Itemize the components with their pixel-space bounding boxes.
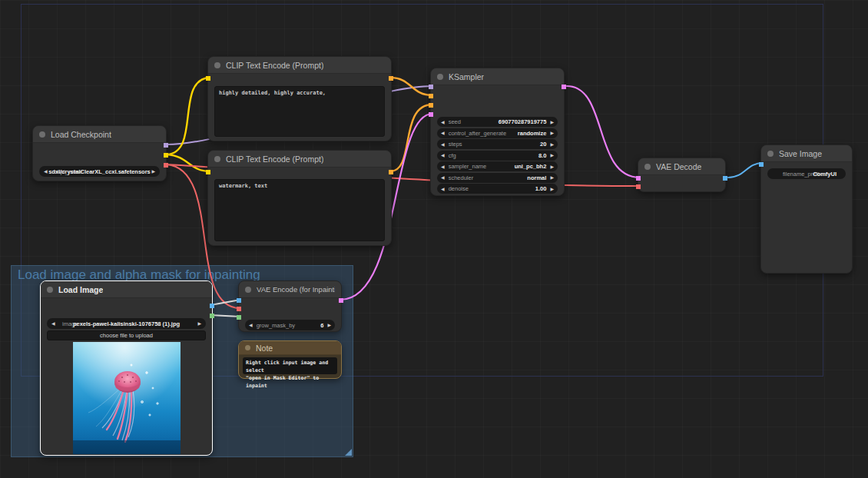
output-slot-clip[interactable] — [164, 153, 168, 158]
stepper-left-icon[interactable]: ◀ — [441, 175, 445, 180]
node-title: Load Checkpoint — [51, 130, 111, 139]
stepper-right-icon[interactable]: ▶ — [327, 323, 331, 327]
stepper-left-icon[interactable]: ◀ — [441, 142, 445, 147]
node-title: CLIP Text Encode (Prompt) — [226, 61, 323, 70]
output-slot-image[interactable] — [723, 176, 727, 181]
output-slot-mask[interactable] — [210, 314, 214, 318]
widget-steps[interactable]: ◀ steps 20 ▶ — [437, 139, 558, 149]
widget-image-file[interactable]: ◀ image pexels-pawel-kalisinski-1076758 … — [47, 318, 206, 329]
node-ksampler[interactable]: KSampler ◀ seed 690770287919775 ▶ ◀ cont… — [430, 68, 565, 196]
stepper-right-icon[interactable]: ▶ — [550, 131, 554, 135]
collapse-dot-icon[interactable] — [39, 131, 45, 138]
output-slot-vae[interactable] — [164, 163, 168, 168]
widget-control-after-generate[interactable]: ◀ control_after_generate randomize ▶ — [437, 128, 558, 138]
collapse-dot-icon[interactable] — [214, 62, 220, 68]
node-header[interactable]: Load Checkpoint — [33, 126, 166, 143]
widget-value: pexels-pawel-kalisinski-1076758 (1).jpg — [47, 320, 206, 327]
input-slot-clip[interactable] — [206, 76, 210, 81]
node-clip-text-encode-negative[interactable]: CLIP Text Encode (Prompt) watermark, tex… — [207, 150, 392, 246]
input-slot-mask[interactable] — [237, 315, 241, 320]
input-slot-positive[interactable] — [429, 94, 433, 98]
stepper-left-icon[interactable]: ◀ — [441, 120, 445, 124]
input-slot-images[interactable] — [759, 162, 764, 167]
input-slot-vae[interactable] — [237, 307, 241, 311]
prompt-textarea[interactable]: watermark, text — [214, 179, 385, 241]
stepper-left-icon[interactable]: ◀ — [441, 164, 445, 169]
node-header[interactable]: Save Image — [761, 145, 852, 162]
upload-button[interactable]: choose file to upload — [47, 330, 206, 340]
input-slot-negative[interactable] — [429, 103, 433, 108]
node-header[interactable]: Load Image — [41, 281, 212, 298]
widget-value: 690770287919775 — [499, 118, 547, 125]
node-header[interactable]: KSampler — [431, 68, 564, 85]
node-note[interactable]: Note Right click input image and select … — [238, 340, 342, 379]
widget-label: seed — [449, 118, 461, 125]
output-slot-latent[interactable] — [562, 85, 566, 89]
widget-value: 1.00 — [535, 185, 547, 192]
node-vae-decode[interactable]: VAE Decode — [638, 158, 726, 192]
widget-sampler-name[interactable]: ◀ sampler_name uni_pc_bh2 ▶ — [437, 161, 558, 171]
widget-label: denoise — [449, 185, 469, 192]
collapse-dot-icon[interactable] — [245, 345, 250, 350]
output-slot-model[interactable] — [164, 143, 168, 148]
node-clip-text-encode-positive[interactable]: CLIP Text Encode (Prompt) highly detaile… — [207, 56, 392, 141]
widget-value: uni_pc_bh2 — [515, 163, 547, 170]
input-slot-samples[interactable] — [636, 176, 641, 181]
collapse-dot-icon[interactable] — [214, 156, 220, 162]
note-text[interactable]: Right click input image and select "open… — [243, 357, 337, 374]
node-header[interactable]: Note — [239, 341, 341, 355]
stepper-right-icon[interactable]: ▶ — [550, 153, 554, 158]
input-slot-clip[interactable] — [206, 170, 210, 174]
stepper-right-icon[interactable]: ▶ — [550, 142, 554, 147]
node-load-image[interactable]: Load Image ◀ image pexels-pawel-kalisins… — [40, 280, 213, 456]
collapse-dot-icon[interactable] — [644, 164, 651, 170]
collapse-dot-icon[interactable] — [767, 151, 774, 157]
widget-cfg[interactable]: ◀ cfg 8.0 ▶ — [437, 151, 558, 161]
stepper-left-icon[interactable]: ◀ — [249, 323, 253, 327]
widget-seed[interactable]: ◀ seed 690770287919775 ▶ — [437, 117, 558, 127]
widget-value: normal — [527, 174, 546, 181]
widget-filename-prefix[interactable]: filename_prefix ComfyUI — [767, 168, 846, 179]
output-slot-conditioning[interactable] — [389, 170, 393, 174]
collapse-dot-icon[interactable] — [245, 287, 251, 293]
input-slot-pixels[interactable] — [237, 298, 241, 303]
node-title: CLIP Text Encode (Prompt) — [226, 154, 323, 164]
input-slot-vae[interactable] — [636, 184, 641, 189]
widget-denoise[interactable]: ◀ denoise 1.00 ▶ — [437, 184, 558, 194]
node-vae-encode-inpainting[interactable]: VAE Encode (for Inpainting) ◀ grow_mask_… — [238, 280, 342, 332]
node-title: Save Image — [779, 149, 822, 158]
widget-label: steps — [449, 141, 462, 148]
output-slot-latent[interactable] — [339, 298, 343, 303]
widget-value: randomize — [518, 130, 547, 137]
node-header[interactable]: CLIP Text Encode (Prompt) — [208, 57, 391, 74]
widget-ckpt-name[interactable]: ◀ ckpt_name sdxl/crystalClearXL_ccxl.saf… — [39, 166, 160, 177]
widget-scheduler[interactable]: ◀ scheduler normal ▶ — [437, 173, 558, 183]
node-save-image[interactable]: Save Image filename_prefix ComfyUI — [760, 144, 853, 274]
stepper-left-icon[interactable]: ◀ — [441, 131, 445, 135]
stepper-right-icon[interactable]: ▶ — [550, 187, 554, 191]
widget-value: 8.0 — [538, 152, 546, 159]
stepper-right-icon[interactable]: ▶ — [151, 169, 155, 174]
collapse-dot-icon[interactable] — [47, 287, 53, 293]
node-header[interactable]: CLIP Text Encode (Prompt) — [208, 151, 391, 168]
stepper-left-icon[interactable]: ◀ — [441, 187, 445, 191]
stepper-right-icon[interactable]: ▶ — [550, 164, 554, 169]
stepper-left-icon[interactable]: ◀ — [441, 153, 445, 158]
stepper-right-icon[interactable]: ▶ — [550, 175, 554, 180]
wire-latent-out — [567, 86, 640, 178]
node-title: KSampler — [449, 72, 484, 81]
output-slot-conditioning[interactable] — [389, 76, 393, 81]
node-load-checkpoint[interactable]: Load Checkpoint ◀ ckpt_name sdxl/crystal… — [32, 125, 167, 181]
collapse-dot-icon[interactable] — [437, 74, 443, 80]
input-slot-model[interactable] — [429, 85, 433, 89]
image-preview[interactable] — [73, 342, 181, 454]
output-slot-image[interactable] — [210, 304, 214, 308]
stepper-right-icon[interactable]: ▶ — [197, 321, 201, 326]
widget-grow-mask-by[interactable]: ◀ grow_mask_by 6 ▶ — [245, 320, 335, 330]
input-slot-latent-image[interactable] — [429, 112, 433, 117]
stepper-right-icon[interactable]: ▶ — [550, 120, 554, 124]
prompt-textarea[interactable]: highly detailed, highly accurate, — [214, 86, 385, 137]
node-header[interactable]: VAE Encode (for Inpainting) — [239, 281, 341, 298]
node-title: Note — [256, 344, 273, 353]
node-header[interactable]: VAE Decode — [638, 158, 725, 175]
